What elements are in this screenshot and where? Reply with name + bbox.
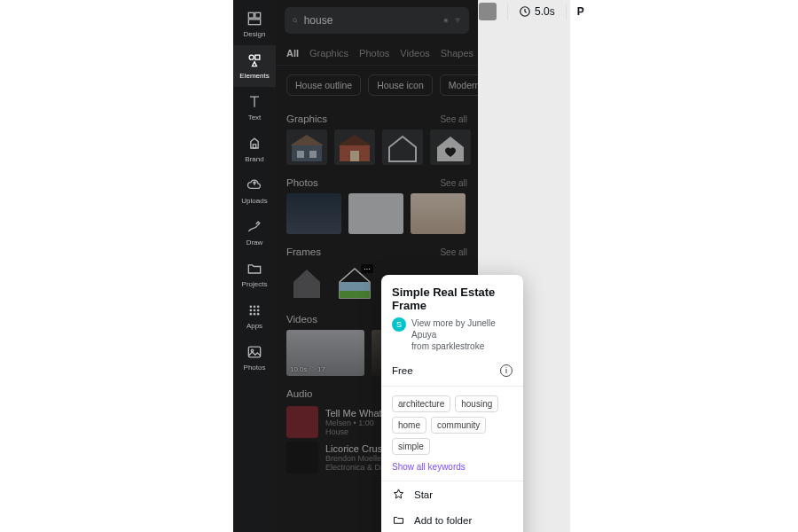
graphic-thumb[interactable] bbox=[286, 129, 327, 165]
tab-videos[interactable]: Videos bbox=[400, 48, 429, 59]
author-line: from sparklestroke bbox=[411, 340, 512, 352]
price-label: Free bbox=[392, 365, 413, 376]
tag[interactable]: community bbox=[431, 417, 486, 434]
svg-rect-22 bbox=[297, 151, 304, 158]
chip[interactable]: House icon bbox=[368, 74, 433, 96]
category-tabs: All Graphics Photos Videos Shapes › bbox=[276, 41, 478, 66]
svg-point-8 bbox=[254, 306, 256, 309]
photos-icon bbox=[246, 343, 263, 361]
text-icon bbox=[246, 93, 263, 111]
svg-rect-28 bbox=[340, 282, 370, 291]
action-label: Star bbox=[414, 489, 433, 500]
rail-text[interactable]: Text bbox=[233, 87, 276, 129]
chip[interactable]: House outline bbox=[286, 74, 361, 96]
svg-point-13 bbox=[250, 313, 253, 316]
svg-rect-23 bbox=[309, 151, 317, 158]
svg-rect-20 bbox=[292, 145, 322, 161]
house-graphic-icon bbox=[286, 129, 327, 165]
svg-rect-27 bbox=[340, 291, 370, 298]
element-details-popover: Simple Real Estate Frame S View more by … bbox=[381, 275, 523, 532]
rail-label: Text bbox=[248, 113, 262, 121]
action-add-folder[interactable]: Add to folder bbox=[381, 507, 523, 532]
house-outline-icon bbox=[382, 129, 423, 165]
svg-point-12 bbox=[257, 309, 260, 312]
rail-draw[interactable]: Draw bbox=[233, 212, 276, 254]
tab-shapes[interactable]: Shapes bbox=[441, 48, 473, 59]
draw-icon bbox=[246, 218, 263, 236]
svg-rect-1 bbox=[248, 12, 254, 18]
see-all-link[interactable]: See all bbox=[440, 114, 467, 124]
rail-label: Projects bbox=[242, 280, 268, 288]
rail-label: Photos bbox=[244, 364, 266, 372]
filter-icon[interactable] bbox=[454, 13, 462, 27]
rail-label: Apps bbox=[246, 322, 262, 330]
action-star[interactable]: Star bbox=[381, 481, 523, 507]
search-input[interactable] bbox=[304, 14, 437, 27]
svg-rect-16 bbox=[248, 347, 260, 357]
chip[interactable]: Modern ho… bbox=[440, 74, 478, 96]
see-all-link[interactable]: See all bbox=[440, 178, 467, 188]
see-all-link[interactable]: See all bbox=[440, 247, 467, 257]
photo-thumb[interactable] bbox=[348, 193, 403, 234]
suggestion-chips: House outline House icon Modern ho… bbox=[276, 66, 478, 105]
tab-all[interactable]: All bbox=[286, 48, 299, 59]
show-all-keywords-link[interactable]: Show all keywords bbox=[381, 458, 523, 481]
video-thumb[interactable]: 10.0s ♡ 17 bbox=[286, 330, 364, 376]
rail-apps[interactable]: Apps bbox=[233, 295, 276, 337]
clear-icon[interactable] bbox=[442, 14, 450, 27]
graphic-thumb[interactable] bbox=[382, 129, 423, 165]
svg-point-18 bbox=[293, 19, 297, 22]
rail-projects[interactable]: Projects bbox=[233, 254, 276, 295]
action-label: Add to folder bbox=[414, 515, 472, 526]
video-duration: 10.0s bbox=[290, 365, 308, 373]
rail-brand[interactable]: Brand bbox=[233, 129, 276, 170]
rail-elements[interactable]: Elements bbox=[233, 45, 276, 87]
svg-point-15 bbox=[257, 313, 260, 316]
rail-label: Elements bbox=[239, 72, 269, 80]
rail-design[interactable]: Design bbox=[233, 4, 276, 45]
info-icon[interactable]: i bbox=[500, 364, 512, 377]
author-line: View more by Junelle Apuya bbox=[411, 317, 512, 340]
tag[interactable]: home bbox=[392, 417, 426, 434]
rail-label: Design bbox=[244, 30, 266, 38]
brand-icon bbox=[246, 135, 263, 153]
svg-marker-21 bbox=[290, 135, 324, 145]
duration-value: 5.0s bbox=[535, 5, 555, 18]
svg-marker-25 bbox=[338, 135, 372, 145]
elements-icon bbox=[246, 51, 263, 69]
svg-rect-3 bbox=[248, 20, 260, 25]
frame-thumb-selected[interactable]: ⋯ bbox=[334, 262, 375, 301]
apps-icon bbox=[246, 301, 263, 319]
audio-artwork bbox=[286, 406, 318, 438]
tab-graphics[interactable]: Graphics bbox=[309, 48, 348, 59]
more-icon[interactable]: ⋯ bbox=[361, 264, 373, 273]
photo-thumb[interactable] bbox=[411, 193, 466, 234]
rail-uploads[interactable]: Uploads bbox=[233, 170, 276, 212]
author-avatar[interactable]: S bbox=[392, 317, 406, 332]
tab-photos[interactable]: Photos bbox=[359, 48, 389, 59]
section-title: Graphics bbox=[286, 113, 327, 124]
graphic-thumb[interactable] bbox=[334, 129, 375, 165]
popover-title: Simple Real Estate Frame bbox=[392, 286, 512, 312]
graphic-thumb[interactable] bbox=[430, 129, 471, 165]
tag[interactable]: simple bbox=[392, 438, 430, 455]
topbar-p[interactable]: P bbox=[577, 5, 584, 18]
duration-control[interactable]: 5.0s bbox=[519, 5, 555, 18]
tag[interactable]: architecture bbox=[392, 395, 450, 412]
frame-thumb[interactable] bbox=[286, 262, 327, 301]
svg-point-7 bbox=[250, 306, 253, 309]
uploads-icon bbox=[246, 176, 263, 194]
photo-thumb[interactable] bbox=[286, 193, 341, 234]
rail-label: Brand bbox=[245, 155, 263, 163]
svg-point-4 bbox=[249, 55, 254, 59]
rail-photos[interactable]: Photos bbox=[233, 337, 276, 379]
color-swatch[interactable] bbox=[479, 3, 497, 20]
tag[interactable]: housing bbox=[455, 395, 498, 412]
divider bbox=[566, 4, 567, 20]
house-heart-icon bbox=[430, 129, 471, 165]
svg-point-14 bbox=[254, 313, 256, 316]
author-info[interactable]: View more by Junelle Apuya from sparkles… bbox=[411, 317, 512, 352]
search-bar[interactable] bbox=[285, 7, 469, 34]
rail-label: Draw bbox=[246, 239, 263, 246]
svg-point-11 bbox=[254, 309, 256, 312]
